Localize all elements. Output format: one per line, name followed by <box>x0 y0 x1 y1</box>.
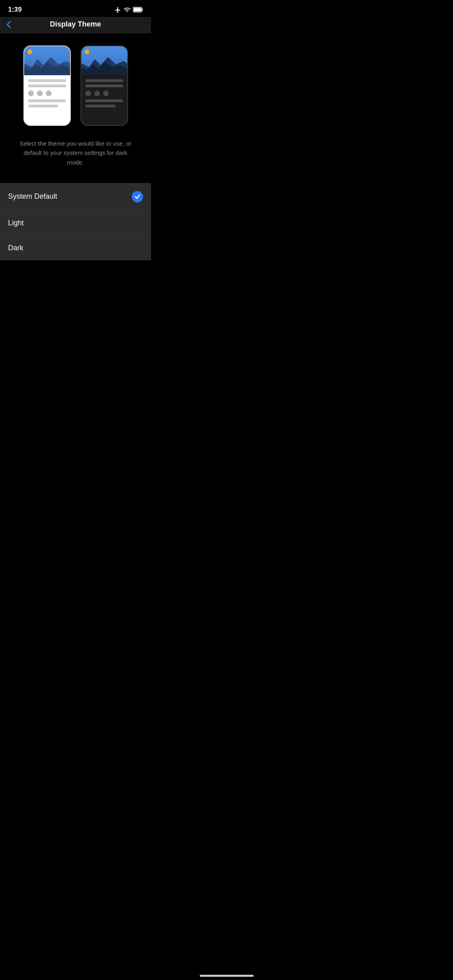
bottom-area <box>0 260 151 381</box>
option-dark[interactable]: Dark <box>0 236 151 260</box>
page-title: Display Theme <box>50 20 101 29</box>
dark-line-1 <box>85 79 123 82</box>
dark-line-4 <box>85 105 116 107</box>
light-circle-2 <box>37 91 43 96</box>
light-phone-preview <box>23 45 71 126</box>
dark-line-3 <box>85 99 123 102</box>
light-line-4 <box>28 105 58 107</box>
dark-circle-2 <box>94 91 100 96</box>
option-dark-label: Dark <box>8 244 23 252</box>
back-button[interactable] <box>6 21 11 29</box>
light-line-1 <box>28 79 66 82</box>
battery-icon <box>133 7 143 12</box>
svg-rect-1 <box>142 8 143 11</box>
light-dots-row <box>28 91 66 96</box>
light-line-2 <box>28 84 66 87</box>
airplane-icon <box>114 6 121 13</box>
system-default-checkmark <box>132 191 143 202</box>
option-system-default[interactable]: System Default <box>0 183 151 211</box>
status-time: 1:39 <box>8 6 22 14</box>
option-system-default-label: System Default <box>8 192 57 201</box>
dark-line-2 <box>85 84 123 87</box>
phones-container <box>23 45 128 126</box>
dark-dots-row <box>85 91 123 96</box>
light-line-3 <box>28 99 66 102</box>
light-circle-1 <box>28 91 34 96</box>
status-icons <box>114 6 143 13</box>
options-section: System Default Light Dark <box>0 183 151 260</box>
dark-phone-content <box>81 75 127 114</box>
light-circle-3 <box>46 91 52 96</box>
light-phone-content <box>24 75 70 114</box>
description-text: Select the theme you would like to use, … <box>15 139 136 167</box>
wifi-icon <box>124 6 130 13</box>
option-light-label: Light <box>8 219 24 227</box>
dark-phone-preview <box>81 45 128 126</box>
nav-bar: Display Theme <box>0 17 151 33</box>
preview-section: Select the theme you would like to use, … <box>0 33 151 183</box>
status-bar: 1:39 <box>0 0 151 17</box>
dark-phone-header <box>81 46 127 75</box>
svg-rect-2 <box>134 8 141 12</box>
dark-circle-3 <box>103 91 109 96</box>
dark-circle-1 <box>85 91 91 96</box>
option-light[interactable]: Light <box>0 211 151 236</box>
light-phone-header <box>24 46 70 75</box>
